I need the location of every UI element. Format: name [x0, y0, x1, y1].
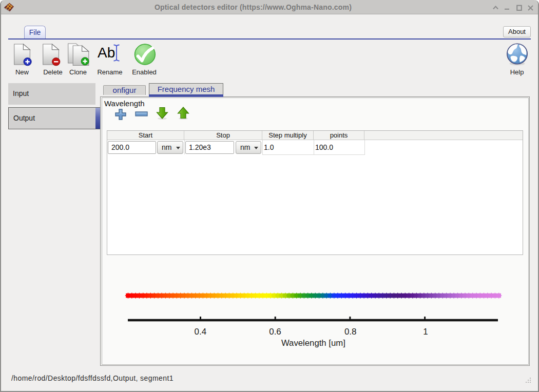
- svg-text:0.4: 0.4: [194, 327, 206, 337]
- svg-text:0.6: 0.6: [269, 327, 281, 337]
- svg-text:0.8: 0.8: [344, 327, 357, 337]
- svg-text:Wavelength [um]: Wavelength [um]: [281, 338, 345, 348]
- svg-text:1: 1: [423, 327, 428, 337]
